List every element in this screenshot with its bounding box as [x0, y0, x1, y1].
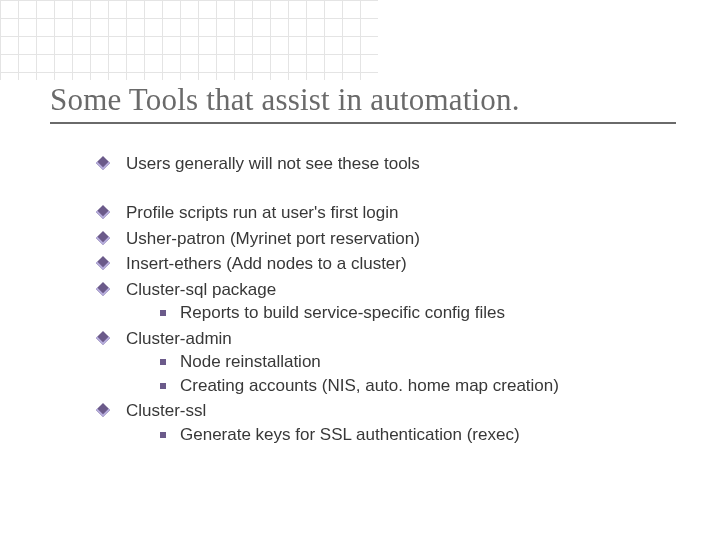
list-item-text: Cluster-sql package — [126, 280, 276, 299]
list-item-text: Cluster-ssl — [126, 401, 206, 420]
sub-list-item: Node reinstallation — [154, 350, 678, 373]
list-item-text: Cluster-admin — [126, 329, 232, 348]
intro-bullet: Users generally will not see these tools — [88, 152, 678, 175]
sub-list-item-text: Reports to build service-specific config… — [180, 303, 505, 322]
list-item: Usher-patron (Myrinet port reservation) — [88, 227, 678, 250]
title-underline — [50, 122, 676, 124]
list-item: Insert-ethers (Add nodes to a cluster) — [88, 252, 678, 275]
sub-list-item-text: Node reinstallation — [180, 352, 321, 371]
intro-text: Users generally will not see these tools — [126, 154, 420, 173]
list-item-text: Profile scripts run at user's first logi… — [126, 203, 399, 222]
list-item-text: Usher-patron (Myrinet port reservation) — [126, 229, 420, 248]
slide-title: Some Tools that assist in automation. — [50, 82, 520, 118]
slide: Some Tools that assist in automation. Us… — [0, 0, 720, 540]
sub-list-item: Creating accounts (NIS, auto. home map c… — [154, 374, 678, 397]
slide-body: Users generally will not see these tools… — [88, 152, 678, 448]
sub-list-item-text: Creating accounts (NIS, auto. home map c… — [180, 376, 559, 395]
list-item: Cluster-ssl Generate keys for SSL authen… — [88, 399, 678, 446]
list-item: Cluster-admin Node reinstallation Creati… — [88, 327, 678, 397]
sub-list-item: Reports to build service-specific config… — [154, 301, 678, 324]
spacer — [88, 177, 678, 201]
sub-list-item: Generate keys for SSL authentication (re… — [154, 423, 678, 446]
list-item-text: Insert-ethers (Add nodes to a cluster) — [126, 254, 407, 273]
list-item: Cluster-sql package Reports to build ser… — [88, 278, 678, 325]
sub-list-item-text: Generate keys for SSL authentication (re… — [180, 425, 520, 444]
decorative-grid — [0, 0, 378, 80]
list-item: Profile scripts run at user's first logi… — [88, 201, 678, 224]
